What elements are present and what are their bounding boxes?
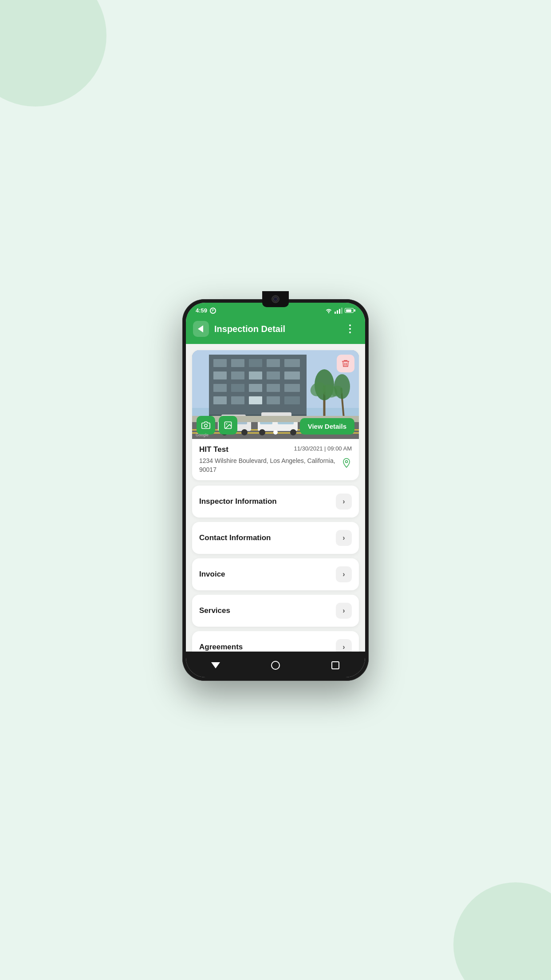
menu-item-services[interactable]: Services › — [192, 595, 359, 627]
chevron-button-contact-information[interactable]: › — [336, 530, 352, 546]
svg-point-58 — [205, 424, 208, 427]
chevron-button-invoice[interactable]: › — [336, 566, 352, 582]
chevron-icon-agreements: › — [342, 643, 345, 651]
menu-item-label-contact-information: Contact Information — [199, 533, 271, 542]
bg-decoration-top-left — [0, 0, 106, 107]
property-address: 1234 Wilshire Boulevard, Los Angeles, Ca… — [199, 457, 341, 474]
svg-rect-13 — [284, 371, 300, 379]
svg-rect-9 — [213, 371, 227, 379]
svg-rect-7 — [267, 359, 280, 367]
phone-screen: 4:59 P — [186, 303, 365, 677]
menu-item-inspector-information[interactable]: Inspector Information › — [192, 486, 359, 518]
chevron-button-agreements[interactable]: › — [336, 639, 352, 652]
svg-rect-4 — [213, 359, 227, 367]
svg-rect-18 — [284, 384, 300, 392]
nav-recents-icon — [331, 661, 339, 669]
svg-point-61 — [346, 461, 348, 463]
property-date: 11/30/2021 | 09:00 AM — [294, 445, 352, 452]
status-right — [325, 308, 355, 314]
chevron-icon-inspector-information: › — [342, 498, 345, 506]
menu-items-list: Inspector Information › Contact Informat… — [192, 486, 359, 652]
nav-recents-button[interactable] — [326, 658, 345, 673]
svg-rect-5 — [231, 359, 244, 367]
phone-outer: 4:59 P — [182, 299, 369, 681]
view-details-button[interactable]: View Details — [300, 418, 354, 435]
property-name-row: HIT Test 11/30/2021 | 09:00 AM — [199, 445, 352, 454]
property-image-container: vero — [192, 350, 359, 439]
chevron-icon-invoice: › — [342, 570, 345, 578]
svg-point-43 — [241, 429, 248, 435]
svg-rect-14 — [213, 384, 227, 392]
nav-back-button[interactable] — [206, 658, 225, 673]
more-dots-icon — [349, 324, 351, 333]
svg-point-49 — [290, 429, 296, 435]
bg-decoration-bottom-right — [453, 882, 551, 980]
mute-icon: P — [210, 308, 216, 314]
top-navigation-bar: Inspection Detail — [186, 316, 365, 344]
property-address-row: 1234 Wilshire Boulevard, Los Angeles, Ca… — [199, 457, 352, 474]
svg-rect-17 — [267, 384, 280, 392]
location-icon[interactable] — [341, 458, 352, 471]
more-options-button[interactable] — [342, 321, 358, 337]
android-nav-bar — [186, 652, 365, 677]
gallery-icon — [224, 421, 232, 430]
svg-point-48 — [259, 429, 265, 435]
svg-rect-6 — [249, 359, 262, 367]
image-actions — [197, 416, 237, 435]
property-name: HIT Test — [199, 445, 228, 454]
delete-image-button[interactable] — [337, 355, 354, 372]
svg-rect-8 — [284, 359, 300, 367]
image-dot-indicator — [273, 430, 278, 435]
svg-rect-23 — [284, 396, 300, 404]
chevron-icon-services: › — [342, 607, 345, 615]
camera-lens — [272, 295, 279, 303]
svg-point-60 — [226, 423, 227, 425]
property-info: HIT Test 11/30/2021 | 09:00 AM 1234 Wils… — [192, 439, 359, 480]
svg-point-0 — [328, 312, 329, 313]
battery-icon — [345, 308, 355, 313]
nav-home-button[interactable] — [266, 658, 285, 673]
back-icon — [198, 325, 203, 332]
back-button[interactable] — [193, 321, 209, 337]
google-label: Google — [196, 433, 209, 437]
svg-rect-11 — [249, 371, 262, 379]
menu-item-label-invoice: Invoice — [199, 570, 225, 579]
svg-rect-12 — [267, 371, 280, 379]
svg-rect-22 — [267, 396, 280, 404]
svg-rect-19 — [213, 396, 227, 404]
gallery-button[interactable] — [219, 416, 237, 435]
menu-item-label-inspector-information: Inspector Information — [199, 497, 277, 506]
time-display: 4:59 — [196, 307, 207, 314]
nav-home-icon — [271, 661, 280, 670]
camera-icon — [201, 421, 210, 430]
menu-item-contact-information[interactable]: Contact Information › — [192, 522, 359, 554]
svg-rect-15 — [231, 384, 244, 392]
content-area: vero — [186, 344, 365, 652]
page-title: Inspection Detail — [214, 324, 342, 334]
phone-wrapper: 4:59 P — [182, 299, 369, 681]
svg-rect-20 — [231, 396, 244, 404]
menu-item-invoice[interactable]: Invoice › — [192, 558, 359, 590]
trash-icon — [341, 359, 350, 368]
chevron-button-inspector-information[interactable]: › — [336, 494, 352, 510]
status-left: 4:59 P — [196, 307, 216, 314]
signal-icon — [335, 308, 342, 314]
svg-rect-10 — [231, 371, 244, 379]
menu-item-label-agreements: Agreements — [199, 643, 243, 652]
chevron-icon-contact-information: › — [342, 534, 345, 542]
svg-rect-21 — [249, 396, 262, 404]
nav-back-icon — [211, 662, 220, 668]
camera-button[interactable] — [197, 416, 215, 435]
chevron-button-services[interactable]: › — [336, 603, 352, 619]
svg-rect-16 — [249, 384, 262, 392]
wifi-icon — [325, 308, 332, 313]
camera-notch — [262, 291, 289, 307]
menu-item-label-services: Services — [199, 606, 230, 615]
property-card: vero — [192, 350, 359, 480]
menu-item-agreements[interactable]: Agreements › — [192, 631, 359, 652]
